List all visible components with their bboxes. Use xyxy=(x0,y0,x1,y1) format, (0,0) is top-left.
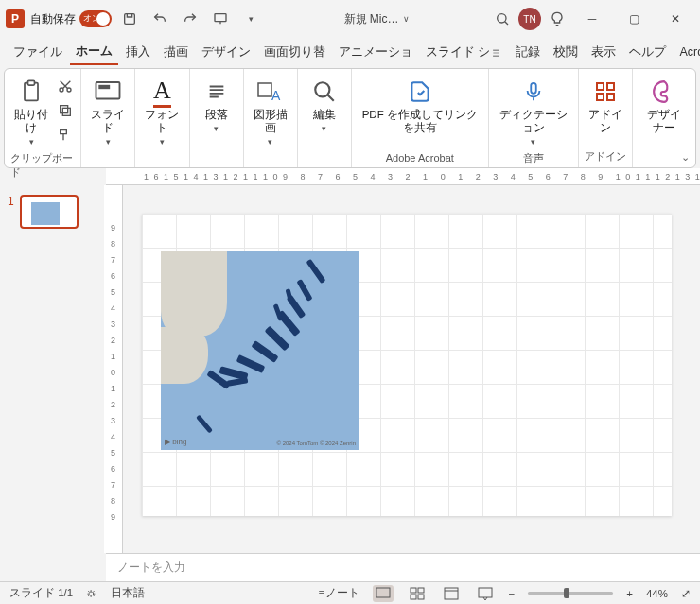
slide-counter[interactable]: スライド 1/1 xyxy=(9,586,73,600)
slides-button[interactable]: スライド▾ xyxy=(87,75,129,149)
zoom-slider[interactable] xyxy=(528,592,613,595)
group-acrobat: PDF を作成してリンクを共有 Adobe Acrobat xyxy=(352,69,489,167)
svg-rect-0 xyxy=(125,14,135,25)
thumbnail-number: 1 xyxy=(8,195,14,229)
pdf-button[interactable]: PDF を作成してリンクを共有 xyxy=(358,75,482,137)
minimize-button[interactable]: ─ xyxy=(573,5,611,33)
notes-toggle[interactable]: ≡ノート xyxy=(319,586,359,600)
redo-button[interactable] xyxy=(178,7,202,31)
svg-point-13 xyxy=(315,82,329,96)
clipboard-icon xyxy=(16,77,46,107)
notes-pane[interactable]: ノートを入力 xyxy=(106,553,700,581)
document-title[interactable]: 新規 Mic… ∨ xyxy=(269,11,484,27)
group-addins: アドイン アドイン xyxy=(579,69,633,167)
zoom-level[interactable]: 44% xyxy=(646,588,668,599)
normal-view-button[interactable] xyxy=(373,585,394,602)
user-avatar[interactable]: TN xyxy=(518,8,541,30)
copy-button[interactable] xyxy=(56,101,75,120)
tab-transitions[interactable]: 画面切り替 xyxy=(258,41,331,64)
fit-to-window-button[interactable]: ⤢ xyxy=(681,587,691,600)
present-button[interactable] xyxy=(208,7,233,31)
tab-slideshow[interactable]: スライド ショ xyxy=(420,41,508,64)
save-button[interactable] xyxy=(117,7,142,31)
group-paragraph: 段落▾ xyxy=(190,69,244,167)
svg-rect-17 xyxy=(597,94,604,100)
svg-rect-22 xyxy=(411,595,416,599)
zoom-out-button[interactable]: − xyxy=(509,588,516,599)
tab-home[interactable]: ホーム xyxy=(70,40,118,65)
group-label-addins: アドイン xyxy=(585,147,626,165)
group-drawing: A 図形描画▾ xyxy=(244,69,298,167)
autosave-toggle[interactable]: 自動保存 オン xyxy=(30,10,112,27)
svg-rect-8 xyxy=(61,106,68,113)
slideshow-view-button[interactable] xyxy=(475,585,496,602)
group-label-voice: 音声 xyxy=(523,149,544,167)
svg-rect-25 xyxy=(479,588,492,597)
paste-button[interactable]: 貼り付け▾ xyxy=(10,75,52,149)
grid-icon xyxy=(590,77,621,107)
svg-text:A: A xyxy=(271,88,281,103)
font-button[interactable]: A フォント▾ xyxy=(141,75,183,149)
tab-acrobat[interactable]: Acrobat xyxy=(674,42,700,62)
qat-overflow-button[interactable]: ▾ xyxy=(238,7,263,31)
shapes-icon: A xyxy=(255,77,286,107)
accessibility-icon[interactable]: ⛭ xyxy=(86,588,97,599)
tab-draw[interactable]: 描画 xyxy=(158,41,194,64)
group-slides: スライド▾ xyxy=(81,69,135,167)
main-area: 1 9876543210123456789 xyxy=(0,185,700,553)
svg-rect-15 xyxy=(597,83,604,90)
tab-animations[interactable]: アニメーショ xyxy=(333,41,418,64)
ribbon: 貼り付け▾ クリップボード スライド▾ A フォント▾ 段落▾ xyxy=(4,68,696,168)
group-label-acrobat: Adobe Acrobat xyxy=(386,150,454,165)
tab-design[interactable]: デザイン xyxy=(196,41,256,64)
microphone-icon xyxy=(518,77,549,107)
language-indicator[interactable]: 日本語 xyxy=(111,586,145,600)
tab-review[interactable]: 校閲 xyxy=(548,41,584,64)
paragraph-icon xyxy=(201,77,232,107)
group-clipboard: 貼り付け▾ クリップボード xyxy=(5,69,81,167)
slide-thumbnail[interactable]: 1 xyxy=(8,195,96,229)
undo-button[interactable] xyxy=(148,7,172,31)
font-icon: A xyxy=(147,77,177,107)
svg-rect-24 xyxy=(445,588,458,599)
editing-button[interactable]: 編集▾ xyxy=(304,75,345,137)
thumbnail-panel: 1 xyxy=(0,185,104,553)
close-button[interactable]: ✕ xyxy=(656,5,694,33)
svg-rect-19 xyxy=(376,588,390,597)
search-button[interactable] xyxy=(490,7,515,31)
thumbnail-preview[interactable] xyxy=(20,195,79,229)
tab-insert[interactable]: 挿入 xyxy=(120,41,156,64)
lightbulb-button[interactable] xyxy=(545,7,569,31)
svg-rect-11 xyxy=(258,83,271,96)
designer-button[interactable]: デザイナー xyxy=(639,75,690,137)
tab-record[interactable]: 記録 xyxy=(510,41,546,64)
group-voice: ディクテーション▾ 音声 xyxy=(489,69,579,167)
svg-rect-23 xyxy=(418,595,424,599)
dictation-button[interactable]: ディクテーション▾ xyxy=(495,75,572,149)
paragraph-button[interactable]: 段落▾ xyxy=(196,75,237,137)
zoom-in-button[interactable]: + xyxy=(626,588,633,599)
app-icon: P xyxy=(6,9,25,28)
bing-attribution: ▶ bing xyxy=(165,438,186,446)
slide-canvas[interactable]: ▶ bing © 2024 TomTom © 2024 Zenrin xyxy=(142,214,672,516)
collapse-ribbon-button[interactable]: ⌄ xyxy=(681,151,690,164)
svg-rect-21 xyxy=(418,588,424,593)
tab-view[interactable]: 表示 xyxy=(586,41,621,64)
format-painter-button[interactable] xyxy=(56,126,75,145)
tab-help[interactable]: ヘルプ xyxy=(623,41,672,64)
cut-button[interactable] xyxy=(56,77,75,95)
svg-rect-7 xyxy=(62,108,70,115)
designer-icon xyxy=(649,77,679,107)
chevron-down-icon: ∨ xyxy=(403,14,410,24)
group-editing: 編集▾ xyxy=(298,69,352,167)
tab-file[interactable]: ファイル xyxy=(8,41,68,64)
maximize-button[interactable]: ▢ xyxy=(615,5,653,33)
addins-button[interactable]: アドイン xyxy=(585,75,626,137)
drawing-button[interactable]: A 図形描画▾ xyxy=(250,75,291,149)
map-image[interactable]: ▶ bing © 2024 TomTom © 2024 Zenrin xyxy=(161,251,359,450)
sorter-view-button[interactable] xyxy=(407,585,428,602)
svg-rect-4 xyxy=(28,80,35,85)
svg-point-2 xyxy=(498,14,506,23)
toggle-switch-icon[interactable]: オン xyxy=(79,10,112,27)
reading-view-button[interactable] xyxy=(441,585,462,602)
